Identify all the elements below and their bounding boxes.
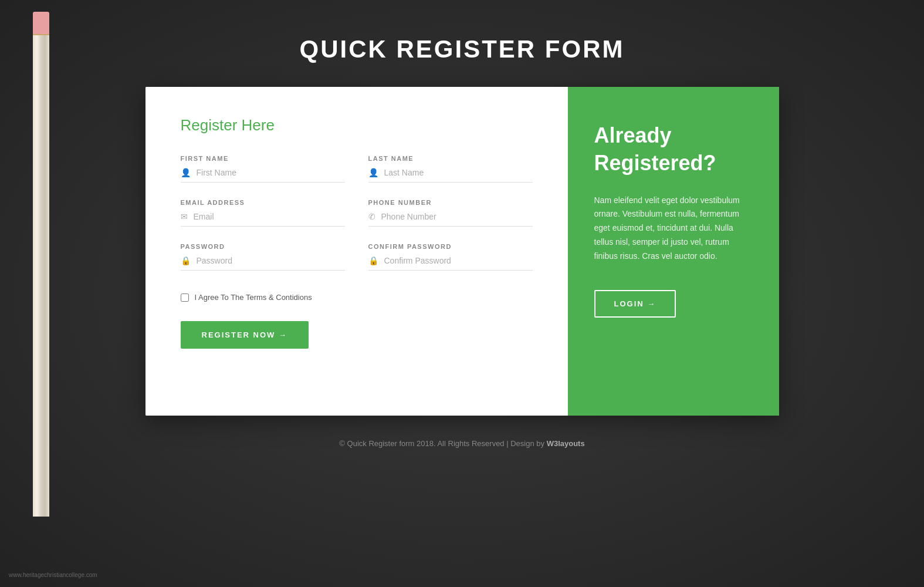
user-icon-2: 👤 bbox=[368, 168, 378, 177]
bottom-section: I Agree To The Terms & Contidions REGIST… bbox=[181, 287, 533, 349]
first-name-input[interactable] bbox=[197, 168, 345, 177]
watermark: www.heritagechristiancollege.com bbox=[9, 572, 97, 578]
lock-icon-2: 🔒 bbox=[368, 256, 378, 265]
phone-group: PHONE NUMBER ✆ bbox=[368, 199, 533, 227]
first-name-group: FIRST NAME 👤 bbox=[181, 155, 345, 183]
form-title: Register Here bbox=[181, 116, 533, 134]
terms-label[interactable]: I Agree To The Terms & Contidions bbox=[195, 293, 312, 302]
phone-wrapper: ✆ bbox=[368, 212, 533, 227]
confirm-password-input[interactable] bbox=[384, 256, 533, 265]
email-wrapper: ✉ bbox=[181, 212, 345, 227]
terms-checkbox[interactable] bbox=[181, 294, 189, 302]
lock-icon: 🔒 bbox=[181, 256, 191, 265]
already-registered-title: Already Registered? bbox=[594, 122, 753, 177]
main-card: Register Here FIRST NAME 👤 LAST NAME 👤 bbox=[145, 87, 779, 416]
terms-row: I Agree To The Terms & Contidions bbox=[181, 293, 533, 302]
right-panel: Already Registered? Nam eleifend velit e… bbox=[568, 87, 779, 416]
email-input[interactable] bbox=[194, 212, 345, 221]
phone-label: PHONE NUMBER bbox=[368, 199, 533, 206]
password-label: PASSWORD bbox=[181, 243, 345, 250]
confirm-password-wrapper: 🔒 bbox=[368, 256, 533, 271]
confirm-password-label: CONFIRM PASSWORD bbox=[368, 243, 533, 250]
already-registered-text: Nam eleifend velit eget dolor vestibulum… bbox=[594, 194, 753, 264]
first-name-wrapper: 👤 bbox=[181, 168, 345, 183]
form-grid: FIRST NAME 👤 LAST NAME 👤 EMAIL ADDRESS ✉ bbox=[181, 155, 533, 349]
last-name-wrapper: 👤 bbox=[368, 168, 533, 183]
password-wrapper: 🔒 bbox=[181, 256, 345, 271]
email-label: EMAIL ADDRESS bbox=[181, 199, 345, 206]
phone-icon: ✆ bbox=[368, 212, 375, 221]
register-button[interactable]: REGISTER NOW → bbox=[181, 321, 309, 349]
user-icon: 👤 bbox=[181, 168, 191, 177]
page-title: QUICK REGISTER FORM bbox=[299, 35, 624, 63]
footer-brand: W3layouts bbox=[547, 439, 585, 448]
footer-text: © Quick Register form 2018. All Rights R… bbox=[339, 439, 546, 448]
email-icon: ✉ bbox=[181, 212, 188, 221]
email-group: EMAIL ADDRESS ✉ bbox=[181, 199, 345, 227]
footer: © Quick Register form 2018. All Rights R… bbox=[339, 439, 584, 448]
last-name-input[interactable] bbox=[384, 168, 533, 177]
pencil-decoration bbox=[18, 0, 65, 552]
form-panel: Register Here FIRST NAME 👤 LAST NAME 👤 bbox=[145, 87, 568, 416]
login-button[interactable]: LOGIN → bbox=[594, 290, 676, 318]
phone-input[interactable] bbox=[381, 212, 533, 221]
last-name-group: LAST NAME 👤 bbox=[368, 155, 533, 183]
password-input[interactable] bbox=[197, 256, 345, 265]
last-name-label: LAST NAME bbox=[368, 155, 533, 162]
first-name-label: FIRST NAME bbox=[181, 155, 345, 162]
confirm-password-group: CONFIRM PASSWORD 🔒 bbox=[368, 243, 533, 271]
password-group: PASSWORD 🔒 bbox=[181, 243, 345, 271]
